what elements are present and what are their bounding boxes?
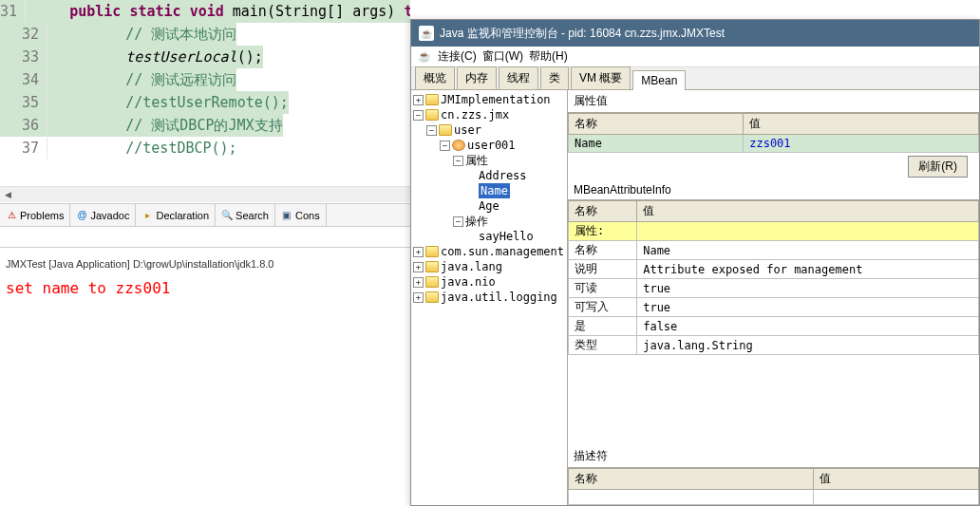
view-tab[interactable]: ▣Cons — [275, 204, 327, 226]
tree-toggle-icon[interactable]: − — [453, 156, 463, 166]
view-tab[interactable]: ▸Declaration — [136, 204, 216, 226]
tree-toggle-icon[interactable]: − — [440, 141, 450, 151]
code-text[interactable]: public static void main(String[] args) t… — [26, 0, 410, 23]
cell-value: true — [637, 298, 979, 317]
tree-toggle-icon[interactable]: + — [413, 262, 424, 272]
editor-hscroll[interactable]: ◀ — [0, 186, 410, 202]
cell-name: 类型 — [569, 336, 637, 355]
tree-node[interactable]: −操作 — [413, 214, 565, 229]
tree-toggle-icon[interactable]: + — [413, 277, 424, 288]
tree-toggle-icon[interactable]: + — [413, 247, 424, 257]
code-text[interactable]: // 测试DBCP的JMX支持 — [47, 114, 283, 137]
view-tab[interactable]: 🔍Search — [216, 204, 275, 226]
col-name: 名称 — [569, 201, 637, 222]
code-line[interactable]: 37 //testDBCP(); — [0, 137, 410, 159]
jc-tab[interactable]: VM 概要 — [571, 66, 631, 89]
code-text[interactable]: //testDBCP(); — [47, 137, 237, 159]
refresh-button[interactable]: 刷新(R) — [908, 156, 968, 178]
tree-label[interactable]: sayHello — [479, 229, 534, 244]
tree-toggle-icon[interactable]: − — [413, 110, 424, 121]
jc-tab[interactable]: MBean — [632, 70, 686, 90]
col-value: 值 — [637, 201, 979, 222]
code-line[interactable]: 35 //testUserRemote(); — [0, 91, 410, 114]
cell-name: 名称 — [569, 241, 637, 260]
tree-label[interactable]: Address — [479, 168, 527, 183]
tree-label[interactable]: JMImplementation — [441, 92, 551, 107]
cell-name: 属性: — [569, 222, 637, 241]
menu-item[interactable]: 窗口(W) — [482, 48, 523, 65]
tree-node[interactable]: −属性 — [413, 153, 565, 168]
code-line[interactable]: 36 // 测试DBCP的JMX支持 — [0, 114, 410, 137]
cell-value: Attribute exposed for management — [637, 260, 979, 279]
view-tab[interactable]: @Javadoc — [70, 204, 136, 226]
code-text[interactable]: // 测试远程访问 — [47, 68, 236, 91]
tree-node[interactable]: Age — [413, 198, 565, 214]
menu-item[interactable]: 帮助(H) — [529, 48, 568, 65]
console-output: set name to zzs001 — [0, 275, 410, 301]
tree-toggle-icon[interactable]: + — [413, 292, 424, 303]
tree-node[interactable]: +java.nio — [413, 274, 565, 290]
tree-node[interactable]: +JMImplementation — [413, 92, 565, 107]
tab-label: Problems — [20, 210, 64, 221]
tree-node[interactable]: +java.lang — [413, 259, 565, 274]
java-icon: ☕ — [417, 49, 432, 65]
code-text[interactable]: //testUserRemote(); — [47, 91, 289, 114]
tree-label[interactable]: user — [454, 122, 481, 138]
tree-label[interactable]: user001 — [467, 138, 516, 153]
tree-label[interactable]: java.nio — [441, 274, 496, 290]
tree-label[interactable]: cn.zzs.jmx — [441, 107, 509, 122]
tree-leaf-icon — [466, 186, 477, 197]
cell-value: java.lang.String — [637, 336, 979, 355]
code-line[interactable]: 34 // 测试远程访问 — [0, 68, 410, 91]
tree-node[interactable]: −cn.zzs.jmx — [413, 107, 565, 122]
tree-node[interactable]: sayHello — [413, 229, 565, 244]
tree-node[interactable]: −user001 — [413, 138, 565, 153]
col-name: 名称 — [569, 469, 814, 490]
cell-name: 说明 — [569, 260, 637, 279]
jconsole-window: ☕ Java 监视和管理控制台 - pid: 16084 cn.zzs.jmx.… — [410, 19, 980, 506]
view-tab[interactable]: ⚠Problems — [0, 204, 70, 226]
tree-node[interactable]: +com.sun.management — [413, 244, 565, 259]
line-number: 37 — [0, 137, 47, 159]
scroll-left-icon[interactable]: ◀ — [0, 187, 16, 203]
jc-tab[interactable]: 线程 — [499, 66, 538, 89]
table-row: 类型java.lang.String — [569, 336, 979, 355]
tree-label[interactable]: Name — [479, 183, 510, 198]
tree-node[interactable]: +java.util.logging — [413, 290, 565, 305]
code-line[interactable]: 32 // 测试本地访问 — [0, 23, 410, 46]
info-table: 名称值 属性:名称Name说明Attribute exposed for man… — [568, 200, 979, 355]
tree-label[interactable]: java.lang — [441, 259, 502, 274]
attr-row[interactable]: Namezzs001 — [569, 135, 979, 153]
tree-label[interactable]: 操作 — [465, 214, 488, 229]
cell-name: 可读 — [569, 279, 637, 298]
tree-label[interactable]: Age — [479, 198, 499, 214]
folder-icon — [425, 109, 439, 121]
table-row: 说明Attribute exposed for management — [569, 260, 979, 279]
jc-tab[interactable]: 内存 — [457, 66, 497, 89]
tree-node[interactable]: Address — [413, 168, 565, 183]
code-text[interactable]: testUserLocal(); — [47, 46, 263, 68]
code-editor: 31 public static void main(String[] args… — [0, 0, 410, 204]
jc-tab[interactable]: 概览 — [415, 66, 455, 89]
folder-icon — [425, 246, 439, 257]
attr-table: 名称值 Namezzs001 — [568, 113, 979, 153]
window-title: Java 监视和管理控制台 - pid: 16084 cn.zzs.jmx.JM… — [440, 26, 725, 42]
window-titlebar[interactable]: ☕ Java 监视和管理控制台 - pid: 16084 cn.zzs.jmx.… — [411, 20, 979, 47]
tree-label[interactable]: com.sun.management — [441, 244, 564, 259]
col-value: 值 — [813, 469, 978, 490]
tree-label[interactable]: 属性 — [465, 153, 488, 168]
code-line[interactable]: 33 testUserLocal(); — [0, 46, 410, 68]
tree-label[interactable]: java.util.logging — [441, 290, 557, 305]
code-text[interactable]: // 测试本地访问 — [47, 23, 236, 46]
attr-section-title: 属性值 — [568, 90, 979, 113]
tree-toggle-icon[interactable]: − — [426, 125, 437, 136]
tree-toggle-icon[interactable]: + — [413, 95, 424, 105]
tree-node[interactable]: Name — [413, 183, 565, 198]
code-line[interactable]: 31 public static void main(String[] args… — [0, 0, 410, 23]
menu-item[interactable]: 连接(C) — [438, 48, 477, 65]
jc-tab[interactable]: 类 — [540, 66, 569, 89]
tree-toggle-icon[interactable]: − — [453, 216, 463, 227]
mbean-tree[interactable]: +JMImplementation−cn.zzs.jmx−user−user00… — [411, 90, 568, 505]
tree-node[interactable]: −user — [413, 122, 565, 138]
cell-value: false — [637, 317, 979, 336]
